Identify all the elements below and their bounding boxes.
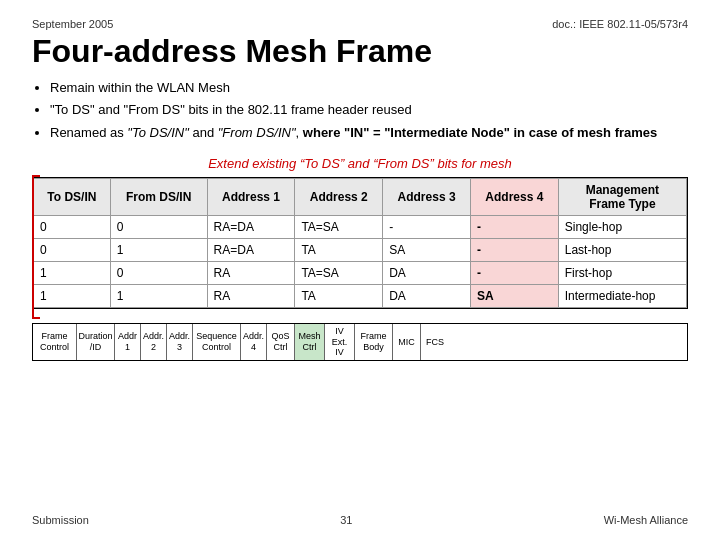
frame-cell: MIC [393,324,421,360]
bullet-3: Renamed as "To DS/IN" and "From DS/IN", … [50,124,688,142]
col-header-addr3: Address 3 [383,178,471,215]
col-header-addr4: Address 4 [470,178,558,215]
table-cell: RA [207,284,295,307]
table-cell: SA [470,284,558,307]
slide-footer: Submission 31 Wi-Mesh Alliance [32,510,688,526]
frame-cell: Addr.2 [141,324,167,360]
frame-cell: FrameBody [355,324,393,360]
slide-title: Four-address Mesh Frame [32,34,688,69]
table-body: 00RA=DATA=SA--Single-hop01RA=DATASA-Last… [34,215,687,307]
frame-cell: FCS [421,324,449,360]
frame-cell: FrameControl [33,324,77,360]
table-header-row: To DS/IN From DS/IN Address 1 Address 2 … [34,178,687,215]
table-cell: 1 [110,238,207,261]
table-cell: 1 [110,284,207,307]
red-bracket [32,175,40,319]
table-cell: Last-hop [558,238,686,261]
table-row: 10RATA=SADA-First-hop [34,261,687,284]
frame-cell: Duration/ID [77,324,115,360]
slide-header: September 2005 doc.: IEEE 802.11-05/573r… [32,18,688,30]
table-cell: TA=SA [295,261,383,284]
table-cell: - [383,215,471,238]
table-cell: 1 [34,261,111,284]
table-cell: - [470,215,558,238]
table-cell: RA=DA [207,215,295,238]
footer-alliance: Wi-Mesh Alliance [604,514,688,526]
table-cell: SA [383,238,471,261]
extend-label: Extend existing “To DS” and “From DS” bi… [32,156,688,171]
footer-submission: Submission [32,514,89,526]
address-table: To DS/IN From DS/IN Address 1 Address 2 … [33,178,687,308]
frame-cell: QoSCtrl [267,324,295,360]
bullet-list: Remain within the WLAN Mesh "To DS" and … [32,79,688,146]
table-row: 01RA=DATASA-Last-hop [34,238,687,261]
table-cell: First-hop [558,261,686,284]
footer-page: 31 [340,514,352,526]
table-cell: DA [383,261,471,284]
frame-cell: IVExt. IV [325,324,355,360]
frame-cell: SequenceControl [193,324,241,360]
table-cell: 0 [110,215,207,238]
col-header-fromds: From DS/IN [110,178,207,215]
col-header-tods: To DS/IN [34,178,111,215]
frame-cell: Addr.3 [167,324,193,360]
table-cell: Intermediate-hop [558,284,686,307]
frame-cell: Addr.4 [241,324,267,360]
table-cell: DA [383,284,471,307]
header-doc: doc.: IEEE 802.11-05/573r4 [552,18,688,30]
table-cell: 1 [34,284,111,307]
table-cell: 0 [110,261,207,284]
frame-cell: Addr1 [115,324,141,360]
col-header-addr1: Address 1 [207,178,295,215]
table-cell: - [470,261,558,284]
table-cell: - [470,238,558,261]
table-cell: TA=SA [295,215,383,238]
header-date: September 2005 [32,18,113,30]
table-row: 00RA=DATA=SA--Single-hop [34,215,687,238]
bullet-1: Remain within the WLAN Mesh [50,79,688,97]
bullet-2: "To DS" and "From DS" bits in the 802.11… [50,101,688,119]
frame-structure: FrameControlDuration/IDAddr1Addr.2Addr.3… [32,323,688,361]
table-cell: RA [207,261,295,284]
table-cell: 0 [34,215,111,238]
col-header-mgmt: ManagementFrame Type [558,178,686,215]
table-wrapper: To DS/IN From DS/IN Address 1 Address 2 … [32,177,688,309]
table-cell: TA [295,238,383,261]
table-cell: RA=DA [207,238,295,261]
table-cell: 0 [34,238,111,261]
table-row: 11RATADASAIntermediate-hop [34,284,687,307]
table-cell: Single-hop [558,215,686,238]
table-cell: TA [295,284,383,307]
frame-cell: MeshCtrl [295,324,325,360]
address-table-container: To DS/IN From DS/IN Address 1 Address 2 … [32,177,688,317]
col-header-addr2: Address 2 [295,178,383,215]
